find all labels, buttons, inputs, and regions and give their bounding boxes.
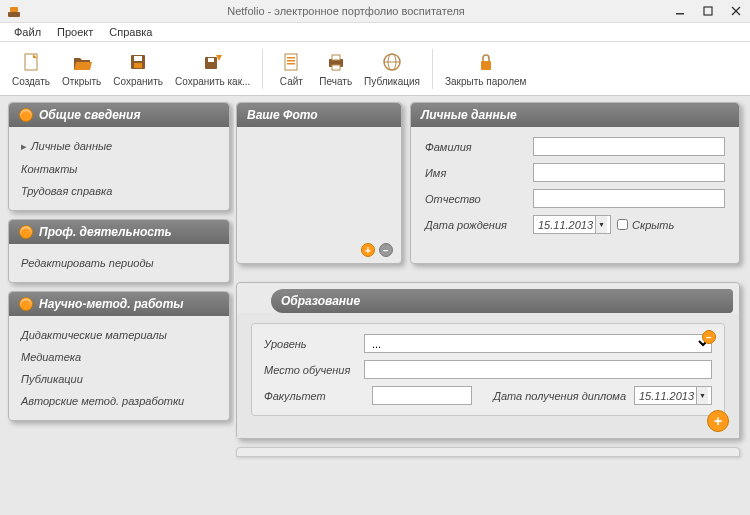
toolbar-label: Открыть: [62, 76, 101, 87]
svg-rect-19: [332, 55, 340, 60]
toolbar-separator: [432, 49, 433, 89]
lock-icon: [474, 50, 498, 74]
education-add-button[interactable]: +: [707, 410, 729, 432]
sidebar-item-didactic[interactable]: Дидактические материалы: [19, 324, 219, 346]
svg-rect-3: [704, 7, 712, 15]
toolbar-lock-button[interactable]: Закрыть паролем: [439, 48, 532, 89]
app-icon: [6, 3, 22, 19]
menubar: Файл Проект Справка: [0, 22, 750, 42]
site-icon: [279, 50, 303, 74]
sidebar-item-media[interactable]: Медиатека: [19, 346, 219, 368]
menu-file[interactable]: Файл: [6, 24, 49, 40]
svg-rect-17: [287, 63, 295, 65]
menu-help[interactable]: Справка: [101, 24, 160, 40]
diploma-date-value: 15.11.2013: [639, 390, 694, 402]
hide-label: Скрыть: [632, 219, 674, 231]
place-input[interactable]: [364, 360, 712, 379]
dropdown-icon: ▼: [595, 216, 607, 233]
sidebar-item-contacts[interactable]: Контакты: [19, 158, 219, 180]
minimize-button[interactable]: [666, 1, 694, 21]
sidebar-item-personal[interactable]: Личные данные: [19, 135, 219, 158]
svg-rect-10: [134, 63, 142, 68]
svg-rect-2: [676, 13, 684, 15]
sidebar-group-title: Научно-метод. работы: [39, 297, 184, 311]
menu-project[interactable]: Проект: [49, 24, 101, 40]
photo-add-button[interactable]: +: [361, 243, 375, 257]
level-select[interactable]: ...: [364, 334, 712, 353]
new-file-icon: [19, 50, 43, 74]
hide-checkbox[interactable]: [617, 219, 628, 230]
toolbar-save-as-button[interactable]: Сохранить как...: [169, 48, 256, 89]
toolbar-label: Создать: [12, 76, 50, 87]
globe-icon: [380, 50, 404, 74]
toolbar-label: Публикация: [364, 76, 420, 87]
save-as-icon: [201, 50, 225, 74]
toolbar-label: Сохранить как...: [175, 76, 250, 87]
hide-checkbox-wrap[interactable]: Скрыть: [617, 219, 725, 231]
sidebar-group-header[interactable]: Научно-метод. работы: [9, 292, 229, 316]
maximize-button[interactable]: [694, 1, 722, 21]
main-area: Ваше Фото + − Личные данные Фамилия: [234, 96, 750, 515]
personal-panel: Личные данные Фамилия Имя Отчество: [410, 102, 740, 264]
svg-rect-20: [332, 65, 340, 70]
diploma-date-label: Дата получения диплома: [493, 390, 626, 402]
svg-rect-0: [8, 12, 20, 17]
place-label: Место обучения: [264, 364, 364, 376]
close-button[interactable]: [722, 1, 750, 21]
svg-rect-15: [287, 57, 295, 59]
diploma-date-input[interactable]: 15.11.2013 ▼: [634, 386, 712, 405]
toolbar-label: Сохранить: [113, 76, 163, 87]
toolbar-print-button[interactable]: Печать: [313, 48, 358, 89]
folder-open-icon: [70, 50, 94, 74]
personal-panel-header: Личные данные: [411, 103, 739, 127]
patronymic-label: Отчество: [425, 193, 533, 205]
name-input[interactable]: [533, 163, 725, 182]
level-label: Уровень: [264, 338, 364, 350]
svg-rect-24: [481, 61, 491, 70]
toolbar-create-button[interactable]: Создать: [6, 48, 56, 89]
toolbar: Создать Открыть Сохранить Сохранить как.…: [0, 42, 750, 96]
panel-title: Образование: [281, 294, 360, 308]
svg-rect-14: [285, 54, 297, 70]
toolbar-save-button[interactable]: Сохранить: [107, 48, 169, 89]
sidebar-group-prof: Проф. деятельность Редактировать периоды: [8, 219, 230, 283]
toolbar-label: Печать: [319, 76, 352, 87]
toolbar-label: Закрыть паролем: [445, 76, 526, 87]
faculty-label: Факультет: [264, 390, 364, 402]
toolbar-site-button[interactable]: Сайт: [269, 48, 313, 89]
toolbar-separator: [262, 49, 263, 89]
photo-remove-button[interactable]: −: [379, 243, 393, 257]
toolbar-label: Сайт: [280, 76, 303, 87]
toolbar-open-button[interactable]: Открыть: [56, 48, 107, 89]
window-title: Netfolio - электронное портфолио воспита…: [26, 5, 666, 17]
sidebar-group-general: Общие сведения Личные данные Контакты Тр…: [8, 102, 230, 211]
print-icon: [324, 50, 348, 74]
sidebar-item-periods[interactable]: Редактировать периоды: [19, 252, 219, 274]
dropdown-icon: ▼: [696, 387, 708, 404]
name-label: Имя: [425, 167, 533, 179]
surname-input[interactable]: [533, 137, 725, 156]
sidebar-item-author[interactable]: Авторские метод. разработки: [19, 390, 219, 412]
surname-label: Фамилия: [425, 141, 533, 153]
svg-rect-12: [208, 58, 214, 62]
sidebar-group-title: Общие сведения: [39, 108, 141, 122]
sidebar-item-publications[interactable]: Публикации: [19, 368, 219, 390]
sidebar-group-title: Проф. деятельность: [39, 225, 172, 239]
sidebar-group-header[interactable]: Общие сведения: [9, 103, 229, 127]
sidebar-group-header[interactable]: Проф. деятельность: [9, 220, 229, 244]
sidebar-group-science: Научно-метод. работы Дидактические матер…: [8, 291, 230, 421]
education-panel: Образование − Уровень ... Место обучения…: [236, 282, 740, 439]
education-remove-button[interactable]: −: [702, 330, 716, 344]
toolbar-publish-button[interactable]: Публикация: [358, 48, 426, 89]
sidebar-item-employment[interactable]: Трудовая справка: [19, 180, 219, 202]
birthdate-input[interactable]: 15.11.2013 ▼: [533, 215, 611, 234]
photo-body: + −: [237, 127, 401, 263]
faculty-input[interactable]: [372, 386, 472, 405]
svg-rect-1: [10, 7, 18, 12]
sidebar: Общие сведения Личные данные Контакты Тр…: [0, 96, 234, 515]
patronymic-input[interactable]: [533, 189, 725, 208]
panel-title: Личные данные: [421, 108, 517, 122]
education-entry: − Уровень ... Место обучения Факультет Д…: [251, 323, 725, 416]
svg-rect-16: [287, 60, 295, 62]
photo-panel-header: Ваше Фото: [237, 103, 401, 127]
